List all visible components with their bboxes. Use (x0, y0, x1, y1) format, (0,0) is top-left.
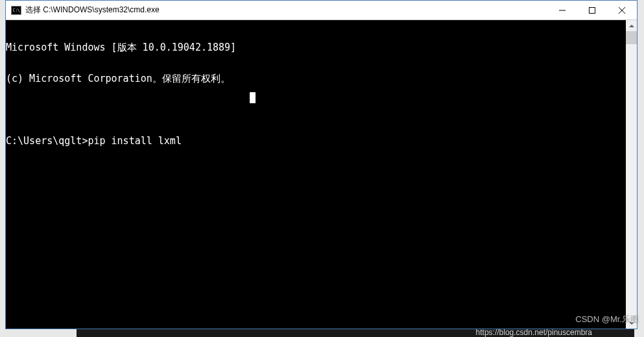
vertical-scrollbar[interactable] (626, 20, 637, 329)
cmd-window: C:\ 选择 C:\WINDOWS\system32\cmd.exe (5, 0, 638, 329)
terminal-line: C:\Users\qglt>pip install lxml (6, 136, 626, 146)
window-title: 选择 C:\WINDOWS\system32\cmd.exe (25, 5, 547, 16)
close-button[interactable] (607, 1, 637, 19)
ghost-url: https://blog.csdn.net/pinuscembra (476, 328, 592, 337)
titlebar-buttons (547, 1, 637, 19)
scrollbar-thumb[interactable] (626, 31, 637, 44)
terminal-area: Microsoft Windows [版本 10.0.19042.1889] (… (6, 20, 637, 329)
scrollbar-track[interactable] (626, 31, 637, 318)
watermark-text: CSDN @Mr.乐图 (575, 314, 639, 325)
terminal-line: (c) Microsoft Corporation。保留所有权利。 (6, 73, 626, 84)
scroll-up-button[interactable] (626, 20, 637, 31)
selection-cursor-block (250, 92, 256, 103)
minimize-icon (559, 7, 566, 14)
maximize-icon (589, 7, 595, 14)
minimize-button[interactable] (547, 1, 577, 19)
terminal-output[interactable]: Microsoft Windows [版本 10.0.19042.1889] (… (6, 20, 626, 329)
maximize-button[interactable] (577, 1, 607, 19)
svg-rect-1 (590, 7, 595, 13)
chevron-up-icon (629, 25, 634, 27)
close-icon (619, 7, 625, 14)
cmd-icon: C:\ (11, 6, 21, 15)
terminal-line: Microsoft Windows [版本 10.0.19042.1889] (6, 42, 626, 53)
titlebar[interactable]: C:\ 选择 C:\WINDOWS\system32\cmd.exe (6, 1, 637, 20)
terminal-line (6, 105, 626, 115)
